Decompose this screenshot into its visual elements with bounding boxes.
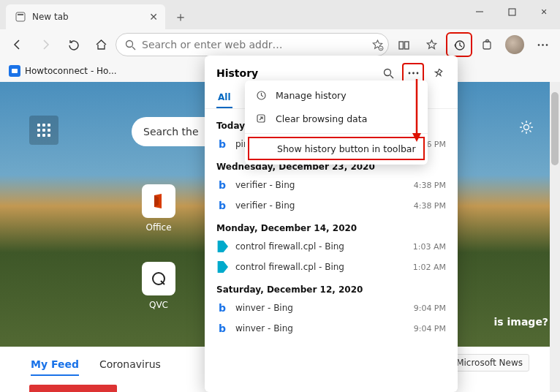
- svg-line-5: [132, 47, 135, 50]
- svg-rect-1: [18, 14, 23, 15]
- history-item-title: control firewall.cpl - Bing: [235, 241, 406, 252]
- history-item-title: winver - Bing: [235, 323, 406, 333]
- feed-source-label: Microsoft News: [450, 354, 529, 372]
- favorite-star-icon[interactable]: +: [371, 39, 384, 51]
- history-item-time: 1:03 AM: [413, 242, 446, 252]
- history-item[interactable]: bverifier - Bing4:38 PM: [205, 195, 458, 216]
- history-item-title: control firewall.cpl - Bing: [235, 262, 406, 272]
- window-controls: ✕: [463, 0, 560, 23]
- avatar-icon: [505, 35, 524, 54]
- svg-rect-3: [509, 9, 515, 15]
- history-tab-all[interactable]: All: [216, 88, 232, 108]
- close-tab-icon[interactable]: ✕: [149, 11, 158, 23]
- svg-point-14: [542, 44, 544, 46]
- history-group-header: Saturday, December 12, 2020: [205, 277, 458, 298]
- history-item[interactable]: bverifier - Bing4:38 PM: [205, 175, 458, 195]
- favorites-button[interactable]: [418, 32, 444, 57]
- history-clock-icon: [255, 89, 267, 101]
- svg-point-31: [416, 72, 418, 75]
- grid-icon: [37, 124, 50, 137]
- ctx-divider: [245, 133, 428, 134]
- favorite-item[interactable]: Howtoconnect - Ho...: [25, 66, 117, 76]
- office-icon: [142, 184, 175, 218]
- refresh-button[interactable]: [60, 32, 86, 57]
- minimize-button[interactable]: [463, 0, 496, 23]
- scrollbar-thumb[interactable]: [551, 92, 559, 165]
- bing-teal-icon: [216, 241, 228, 252]
- page-icon: [15, 11, 26, 23]
- title-bar: New tab ✕ ＋ ✕: [0, 0, 560, 29]
- history-item-time: 1:02 AM: [413, 263, 446, 272]
- history-item-time: 9:04 PM: [414, 324, 446, 333]
- feed-tab-coronavirus[interactable]: Coronavirus: [99, 354, 161, 374]
- ctx-clear-browsing-data[interactable]: Clear browsing data: [245, 107, 428, 130]
- history-item-title: verifier - Bing: [235, 180, 406, 190]
- maximize-button[interactable]: [496, 0, 528, 23]
- quicklink-qvc[interactable]: QVC: [142, 262, 175, 310]
- extensions-button[interactable]: [474, 32, 500, 57]
- history-item[interactable]: bwinver - Bing9:04 PM: [205, 298, 458, 318]
- bing-icon: b: [216, 200, 228, 211]
- blank-icon: [257, 143, 268, 154]
- forward-button[interactable]: [32, 32, 58, 57]
- bing-icon: b: [216, 302, 228, 314]
- home-button[interactable]: [88, 32, 114, 57]
- apps-launcher-button[interactable]: [29, 116, 58, 145]
- svg-point-15: [545, 44, 548, 46]
- feed-card-preview: [29, 385, 117, 392]
- close-window-button[interactable]: ✕: [528, 0, 560, 23]
- svg-line-28: [390, 75, 393, 78]
- history-item-title: winver - Bing: [235, 303, 406, 313]
- svg-text:+: +: [379, 46, 382, 50]
- ctx-label: Manage history: [276, 90, 347, 101]
- collections-button[interactable]: [390, 32, 417, 57]
- back-button[interactable]: [4, 32, 31, 57]
- external-link-icon: [255, 113, 267, 124]
- history-title: History: [216, 67, 374, 79]
- bing-icon: b: [216, 179, 228, 191]
- history-item-time: 4:38 PM: [414, 201, 446, 211]
- quicklink-label: Office: [145, 222, 171, 233]
- svg-line-21: [522, 123, 523, 124]
- svg-rect-0: [16, 12, 25, 21]
- history-item-time: 4:38 PM: [414, 181, 446, 190]
- ntp-search-placeholder: Search the: [143, 126, 199, 137]
- browser-tab[interactable]: New tab ✕: [6, 4, 165, 29]
- address-bar[interactable]: Search or enter web addr… +: [116, 33, 389, 56]
- svg-point-27: [384, 69, 390, 75]
- history-item-time: 9:04 PM: [414, 304, 446, 313]
- qvc-icon: [142, 262, 175, 295]
- svg-line-23: [522, 130, 523, 132]
- history-pin-button[interactable]: [427, 63, 449, 83]
- vertical-scrollbar[interactable]: [550, 82, 560, 392]
- menu-button[interactable]: [529, 32, 556, 57]
- quicklink-label: QVC: [149, 300, 168, 310]
- svg-line-24: [529, 123, 531, 124]
- history-item[interactable]: bwinver - Bing9:04 PM: [205, 318, 458, 339]
- svg-point-16: [524, 125, 529, 130]
- tab-title: New tab: [32, 12, 69, 22]
- profile-button[interactable]: [502, 32, 528, 57]
- history-button[interactable]: [446, 32, 472, 57]
- history-item-time: 6 PM: [426, 140, 446, 149]
- quicklink-office[interactable]: Office: [142, 184, 175, 233]
- ctx-show-history-button[interactable]: Show history button in toolbar: [248, 137, 425, 160]
- svg-point-29: [408, 72, 410, 75]
- history-context-menu: Manage history Clear browsing data Show …: [245, 80, 428, 165]
- svg-rect-11: [483, 42, 491, 49]
- svg-line-22: [529, 130, 531, 132]
- page-settings-button[interactable]: [519, 120, 534, 135]
- svg-point-30: [412, 72, 415, 75]
- history-item[interactable]: control firewall.cpl - Bing1:02 AM: [205, 257, 458, 277]
- history-item[interactable]: control firewall.cpl - Bing1:03 AM: [205, 236, 458, 257]
- address-placeholder: Search or enter web addr…: [142, 39, 366, 50]
- svg-rect-9: [404, 42, 409, 49]
- svg-rect-12: [485, 39, 488, 42]
- ctx-manage-history[interactable]: Manage history: [245, 83, 428, 107]
- favorite-site-icon: [9, 65, 20, 77]
- feed-tab-myfeed[interactable]: My Feed: [31, 354, 79, 376]
- history-item-title: verifier - Bing: [235, 200, 406, 211]
- new-tab-button[interactable]: ＋: [170, 6, 192, 28]
- history-group-header: Monday, December 14, 2020: [205, 216, 458, 236]
- svg-rect-8: [399, 42, 404, 49]
